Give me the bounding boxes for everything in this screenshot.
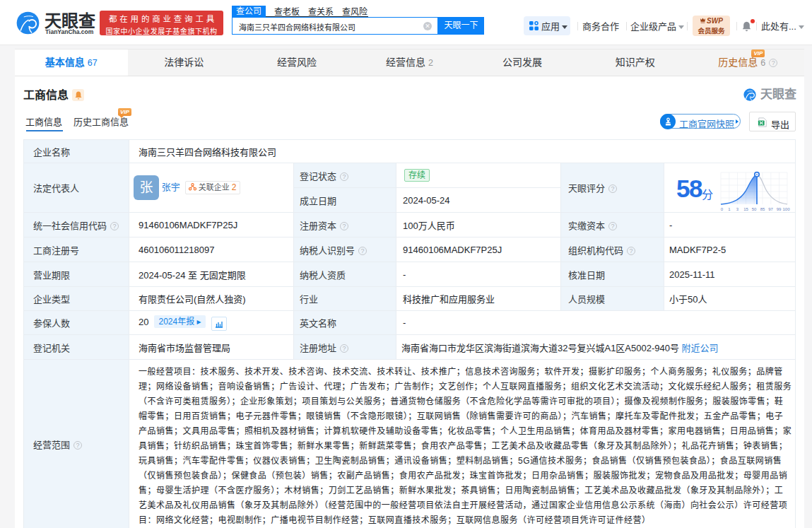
svg-text:15: 15 <box>743 207 748 211</box>
svg-text:99: 99 <box>777 207 782 211</box>
svg-text:85: 85 <box>760 207 765 211</box>
svg-text:1: 1 <box>728 207 731 211</box>
svg-text:100: 100 <box>782 207 790 211</box>
svg-text:97: 97 <box>768 207 773 211</box>
svg-text:50: 50 <box>752 207 757 211</box>
svg-text:3: 3 <box>736 207 739 211</box>
svg-text:0: 0 <box>721 207 724 211</box>
